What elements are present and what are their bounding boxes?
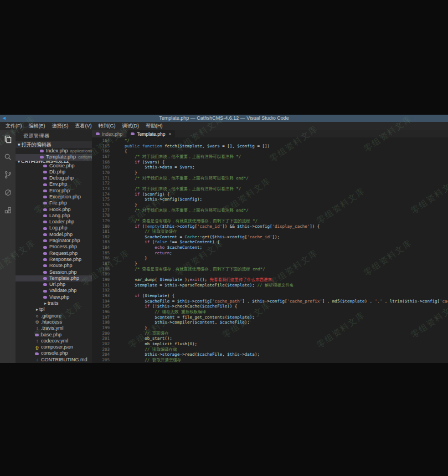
tree-item[interactable]: Exception.php xyxy=(16,194,92,200)
menu-item-5[interactable]: 调试(D) xyxy=(119,122,143,130)
line-content xyxy=(115,272,448,277)
open-editor-item[interactable]: Template.phpcatfish\library\think xyxy=(16,154,92,160)
code-line[interactable]: 204 $this->storage->read($cacheFile, $th… xyxy=(92,352,448,357)
tree-item[interactable]: Lang.php xyxy=(16,213,92,219)
code-line[interactable]: 195 if (!$this->checkCache($cacheFile)) … xyxy=(92,304,448,309)
menu-item-4[interactable]: 转到(G) xyxy=(95,122,119,130)
tree-item[interactable]: ⚙.htaccess xyxy=(16,319,92,325)
code-line[interactable]: 205 // 获取并清空缓存 xyxy=(92,357,448,363)
tree-item[interactable]: base.php xyxy=(16,332,92,338)
code-line[interactable]: 179 /* 查看是否有缓存，有就直接使用缓存，而剩下了下面的流程 */ xyxy=(92,218,448,224)
tree-item[interactable]: Route.php xyxy=(16,263,92,269)
php-file-icon xyxy=(35,352,39,355)
tree-item[interactable]: Loader.php xyxy=(16,219,92,225)
tree-item[interactable]: Request.php xyxy=(16,250,92,257)
line-content: if ($config) { xyxy=(115,192,448,197)
code-line[interactable]: 183 if (false !== $cacheContent) { xyxy=(92,239,448,245)
tree-item[interactable]: Log.php xyxy=(16,225,92,231)
code-line[interactable]: 192 xyxy=(92,288,448,293)
tree-item[interactable]: {}composer.json xyxy=(16,344,92,350)
tree-item[interactable]: Cookie.php xyxy=(16,163,92,169)
code-line[interactable]: 171 /* 对于我们来说，他不重要，上面有注释可以看注释 end*/ xyxy=(92,176,448,181)
tree-item[interactable]: Hook.php xyxy=(16,207,92,213)
code-line[interactable]: 169 $this->data = $vars; xyxy=(92,165,448,170)
code-line[interactable]: 172 xyxy=(92,181,448,186)
menu-item-3[interactable]: 查看(V) xyxy=(72,122,95,130)
code-line[interactable]: 181 // 读取渲染缓存 xyxy=(92,229,448,234)
code-line[interactable]: 189 xyxy=(92,272,448,277)
code-line[interactable]: 193 if ($template) { xyxy=(92,293,448,299)
code-line[interactable]: 190 var_dump( $template );exit(); 先看看我们这… xyxy=(92,277,448,283)
debug-icon[interactable] xyxy=(3,188,12,197)
tree-item[interactable]: Error.php xyxy=(16,188,92,194)
tree-item[interactable]: console.php xyxy=(16,350,92,356)
open-editor-item[interactable]: Index.phpapplication\index\controller xyxy=(16,148,92,154)
code-line[interactable]: 184 echo $cacheContent; xyxy=(92,245,448,250)
menu-item-2[interactable]: 选择(S) xyxy=(49,122,72,130)
code-token: /* 查看是否有缓存，有就直接使用缓存，而剩下了下面的流程 */ xyxy=(135,218,258,223)
tree-item[interactable]: File.php xyxy=(16,200,92,206)
search-icon[interactable] xyxy=(3,152,12,161)
tree-item[interactable]: Model.php xyxy=(16,232,92,238)
code-token: } xyxy=(145,325,147,330)
tree-item[interactable]: ↓CONTRIBUTING.md xyxy=(16,357,92,363)
code-line[interactable]: 186 } xyxy=(92,255,448,261)
tree-item[interactable]: !codecov.yml xyxy=(16,338,92,344)
code-editor[interactable]: 164 */165 public function fetch($templat… xyxy=(92,137,448,363)
code-line[interactable]: 176 } xyxy=(92,202,448,208)
menu-item-6[interactable]: 帮助(H) xyxy=(142,122,166,130)
code-line[interactable]: 199 } xyxy=(92,325,448,331)
menu-item-1[interactable]: 编辑(E) xyxy=(25,122,49,130)
code-line[interactable]: 191 $template = $this->parseTemplateFile… xyxy=(92,283,448,288)
tree-item[interactable]: Url.php xyxy=(16,281,92,288)
tree-item[interactable]: ○.gitignore xyxy=(16,313,92,319)
close-icon[interactable]: × xyxy=(168,131,171,136)
code-line[interactable]: 165 public function fetch($template, $va… xyxy=(92,144,448,149)
code-line[interactable]: 194 $cacheFile = $this->config['cache_pa… xyxy=(92,299,448,304)
code-line[interactable]: 168 if ($vars) { xyxy=(92,160,448,165)
tree-item[interactable]: Response.php xyxy=(16,257,92,263)
tree-item[interactable]: Session.php xyxy=(16,269,92,275)
code-line[interactable]: 196 // 缓存无效 重新模板编译 xyxy=(92,309,448,315)
tree-item[interactable]: Paginator.php xyxy=(16,238,92,244)
code-line[interactable]: 187 } xyxy=(92,261,448,267)
tree-item[interactable]: View.php xyxy=(16,294,92,300)
code-line[interactable]: 200 // 页面缓存 xyxy=(92,331,448,336)
code-line[interactable]: 178 xyxy=(92,213,448,218)
code-line[interactable]: 185 return; xyxy=(92,250,448,256)
tree-item[interactable]: ▸traits xyxy=(16,300,92,306)
code-line[interactable]: 180 if (!empty($this->config['cache_id']… xyxy=(92,224,448,229)
code-line[interactable]: 197 $content = file_get_contents($templa… xyxy=(92,315,448,320)
code-line[interactable]: 202 ob_implicit_flush(0); xyxy=(92,341,448,347)
tree-item[interactable]: !.travis.yml xyxy=(16,325,92,331)
code-line[interactable]: 167 /* 对于我们来说，他不重要，上面有注释可以看注释 */ xyxy=(92,154,448,160)
tree-item[interactable]: Db.php xyxy=(16,169,92,175)
tree-item[interactable]: Debug.php xyxy=(16,175,92,181)
code-line[interactable]: 174 if ($config) { xyxy=(92,192,448,197)
code-line[interactable]: 201 ob_start(); xyxy=(92,336,448,341)
code-line[interactable]: 203 // 读取编译存储 xyxy=(92,347,448,352)
php-file-icon xyxy=(43,258,47,261)
source-control-icon[interactable] xyxy=(3,170,12,179)
tree-item[interactable]: Process.php xyxy=(16,244,92,250)
tab-index.php[interactable]: Index.php xyxy=(92,130,126,137)
tree-item[interactable]: Env.php xyxy=(16,181,92,187)
tree-item[interactable]: Template.php xyxy=(16,275,92,281)
code-line[interactable]: 182 $cacheContent = Cache::get($this->co… xyxy=(92,234,448,240)
code-line[interactable]: 177 /* 对于我们来说，他不重要，上面有注释可以看注释 end*/ xyxy=(92,208,448,213)
tree-item[interactable]: ▸tpl xyxy=(16,306,92,313)
menu-item-0[interactable]: 文件(F) xyxy=(2,122,25,130)
code-line[interactable]: 170 } xyxy=(92,170,448,176)
open-editors-header[interactable]: ▾ 打开的编辑器 xyxy=(16,141,92,148)
tree-item[interactable]: Validate.php xyxy=(16,288,92,294)
code-line[interactable]: 198 $this->compiler($content, $cacheFile… xyxy=(92,320,448,325)
code-line[interactable]: 164 */ xyxy=(92,138,448,144)
extensions-icon[interactable] xyxy=(3,206,12,214)
line-content: public function fetch($template, $vars =… xyxy=(115,144,448,149)
tab-template.php[interactable]: Template.php× xyxy=(127,130,175,137)
code-line[interactable]: 166 { xyxy=(92,149,448,154)
code-line[interactable]: 173 /* 对于我们来说，他不重要，上面有注释可以看注释 */ xyxy=(92,186,448,192)
code-line[interactable]: 175 $this->config($config); xyxy=(92,197,448,202)
explorer-icon[interactable] xyxy=(3,135,12,144)
code-line[interactable]: 188 /* 查看是否有缓存，有就直接使用缓存，而剩下了下面的流程 end*/ xyxy=(92,267,448,272)
